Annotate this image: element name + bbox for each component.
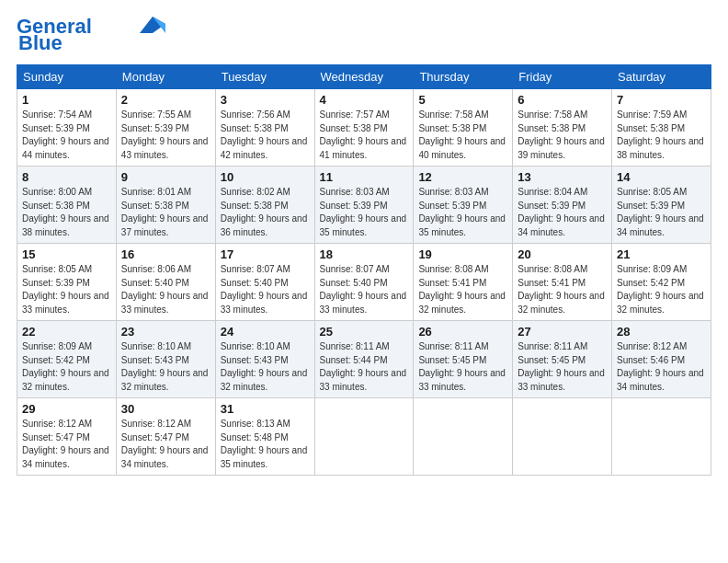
day-cell-8: 8 Sunrise: 8:00 AM Sunset: 5:38 PM Dayli… bbox=[17, 167, 117, 244]
day-cell-20: 20 Sunrise: 8:08 AM Sunset: 5:41 PM Dayl… bbox=[513, 244, 612, 321]
day-detail: Sunrise: 8:09 AM Sunset: 5:42 PM Dayligh… bbox=[22, 340, 111, 394]
day-detail: Sunrise: 8:08 AM Sunset: 5:41 PM Dayligh… bbox=[418, 263, 507, 316]
day-cell-28: 28 Sunrise: 8:12 AM Sunset: 5:46 PM Dayl… bbox=[612, 321, 711, 398]
weekday-tuesday: Tuesday bbox=[215, 65, 314, 89]
header: General Blue bbox=[17, 17, 711, 55]
day-number: 29 bbox=[22, 402, 111, 416]
day-detail: Sunrise: 7:57 AM Sunset: 5:38 PM Dayligh… bbox=[320, 109, 409, 162]
day-cell-14: 14 Sunrise: 8:05 AM Sunset: 5:39 PM Dayl… bbox=[612, 167, 711, 244]
day-number: 17 bbox=[221, 247, 310, 261]
day-number: 21 bbox=[617, 247, 706, 261]
day-number: 12 bbox=[418, 170, 507, 184]
page: General Blue SundayMondayTuesdayWednesda… bbox=[0, 0, 728, 563]
day-number: 9 bbox=[121, 170, 210, 184]
logo-icon bbox=[140, 17, 165, 33]
day-number: 25 bbox=[320, 325, 409, 339]
weekday-thursday: Thursday bbox=[414, 65, 513, 89]
logo-blue: Blue bbox=[18, 31, 63, 55]
day-detail: Sunrise: 8:11 AM Sunset: 5:45 PM Dayligh… bbox=[518, 340, 607, 394]
day-cell-7: 7 Sunrise: 7:59 AM Sunset: 5:38 PM Dayli… bbox=[612, 89, 711, 167]
day-cell-16: 16 Sunrise: 8:06 AM Sunset: 5:40 PM Dayl… bbox=[116, 244, 215, 321]
weekday-sunday: Sunday bbox=[17, 65, 117, 89]
day-number: 26 bbox=[418, 325, 507, 339]
day-detail: Sunrise: 8:12 AM Sunset: 5:46 PM Dayligh… bbox=[617, 340, 706, 394]
week-row-5: 29 Sunrise: 8:12 AM Sunset: 5:47 PM Dayl… bbox=[17, 398, 711, 476]
empty-cell bbox=[314, 398, 414, 476]
day-number: 31 bbox=[221, 402, 310, 416]
day-cell-29: 29 Sunrise: 8:12 AM Sunset: 5:47 PM Dayl… bbox=[17, 398, 117, 476]
day-cell-5: 5 Sunrise: 7:58 AM Sunset: 5:38 PM Dayli… bbox=[414, 89, 513, 167]
day-detail: Sunrise: 8:05 AM Sunset: 5:39 PM Dayligh… bbox=[617, 186, 706, 239]
day-number: 10 bbox=[221, 170, 310, 184]
day-cell-27: 27 Sunrise: 8:11 AM Sunset: 5:45 PM Dayl… bbox=[513, 321, 612, 398]
weekday-header-row: SundayMondayTuesdayWednesdayThursdayFrid… bbox=[17, 65, 711, 89]
day-detail: Sunrise: 8:03 AM Sunset: 5:39 PM Dayligh… bbox=[320, 186, 409, 239]
day-cell-9: 9 Sunrise: 8:01 AM Sunset: 5:38 PM Dayli… bbox=[116, 167, 215, 244]
day-detail: Sunrise: 8:04 AM Sunset: 5:39 PM Dayligh… bbox=[518, 186, 607, 239]
empty-cell bbox=[513, 398, 612, 476]
day-detail: Sunrise: 7:59 AM Sunset: 5:38 PM Dayligh… bbox=[617, 109, 706, 162]
day-detail: Sunrise: 8:07 AM Sunset: 5:40 PM Dayligh… bbox=[320, 263, 409, 316]
weekday-friday: Friday bbox=[513, 65, 612, 89]
day-detail: Sunrise: 8:10 AM Sunset: 5:43 PM Dayligh… bbox=[121, 340, 210, 394]
week-row-3: 15 Sunrise: 8:05 AM Sunset: 5:39 PM Dayl… bbox=[17, 244, 711, 321]
day-detail: Sunrise: 7:56 AM Sunset: 5:38 PM Dayligh… bbox=[221, 109, 310, 162]
day-cell-26: 26 Sunrise: 8:11 AM Sunset: 5:45 PM Dayl… bbox=[414, 321, 513, 398]
day-detail: Sunrise: 8:10 AM Sunset: 5:43 PM Dayligh… bbox=[221, 340, 310, 394]
day-number: 22 bbox=[22, 325, 111, 339]
day-number: 5 bbox=[418, 93, 507, 107]
day-cell-3: 3 Sunrise: 7:56 AM Sunset: 5:38 PM Dayli… bbox=[215, 89, 314, 167]
day-cell-19: 19 Sunrise: 8:08 AM Sunset: 5:41 PM Dayl… bbox=[414, 244, 513, 321]
logo: General Blue bbox=[17, 17, 165, 55]
day-number: 27 bbox=[518, 325, 607, 339]
week-row-2: 8 Sunrise: 8:00 AM Sunset: 5:38 PM Dayli… bbox=[17, 167, 711, 244]
day-number: 28 bbox=[617, 325, 706, 339]
weekday-monday: Monday bbox=[116, 65, 215, 89]
day-number: 18 bbox=[320, 247, 409, 261]
day-cell-24: 24 Sunrise: 8:10 AM Sunset: 5:43 PM Dayl… bbox=[215, 321, 314, 398]
empty-cell bbox=[414, 398, 513, 476]
day-detail: Sunrise: 8:12 AM Sunset: 5:47 PM Dayligh… bbox=[121, 418, 210, 471]
day-number: 11 bbox=[320, 170, 409, 184]
day-number: 3 bbox=[221, 93, 310, 107]
weekday-saturday: Saturday bbox=[612, 65, 711, 89]
day-number: 20 bbox=[518, 247, 607, 261]
day-detail: Sunrise: 7:58 AM Sunset: 5:38 PM Dayligh… bbox=[518, 109, 607, 162]
day-detail: Sunrise: 8:05 AM Sunset: 5:39 PM Dayligh… bbox=[22, 263, 111, 316]
day-detail: Sunrise: 8:11 AM Sunset: 5:44 PM Dayligh… bbox=[320, 340, 409, 394]
day-detail: Sunrise: 8:00 AM Sunset: 5:38 PM Dayligh… bbox=[22, 186, 111, 239]
day-cell-22: 22 Sunrise: 8:09 AM Sunset: 5:42 PM Dayl… bbox=[17, 321, 117, 398]
day-detail: Sunrise: 7:55 AM Sunset: 5:39 PM Dayligh… bbox=[121, 109, 210, 162]
day-cell-11: 11 Sunrise: 8:03 AM Sunset: 5:39 PM Dayl… bbox=[314, 167, 414, 244]
day-number: 1 bbox=[22, 93, 111, 107]
day-detail: Sunrise: 8:09 AM Sunset: 5:42 PM Dayligh… bbox=[617, 263, 706, 316]
day-number: 30 bbox=[121, 402, 210, 416]
weekday-wednesday: Wednesday bbox=[314, 65, 414, 89]
day-number: 23 bbox=[121, 325, 210, 339]
day-number: 4 bbox=[320, 93, 409, 107]
week-row-1: 1 Sunrise: 7:54 AM Sunset: 5:39 PM Dayli… bbox=[17, 89, 711, 167]
day-cell-13: 13 Sunrise: 8:04 AM Sunset: 5:39 PM Dayl… bbox=[513, 167, 612, 244]
day-number: 8 bbox=[22, 170, 111, 184]
day-number: 2 bbox=[121, 93, 210, 107]
day-cell-17: 17 Sunrise: 8:07 AM Sunset: 5:40 PM Dayl… bbox=[215, 244, 314, 321]
day-cell-2: 2 Sunrise: 7:55 AM Sunset: 5:39 PM Dayli… bbox=[116, 89, 215, 167]
day-cell-30: 30 Sunrise: 8:12 AM Sunset: 5:47 PM Dayl… bbox=[116, 398, 215, 476]
day-number: 15 bbox=[22, 247, 111, 261]
day-number: 19 bbox=[418, 247, 507, 261]
day-cell-4: 4 Sunrise: 7:57 AM Sunset: 5:38 PM Dayli… bbox=[314, 89, 414, 167]
day-detail: Sunrise: 8:13 AM Sunset: 5:48 PM Dayligh… bbox=[221, 418, 310, 471]
empty-cell bbox=[612, 398, 711, 476]
day-detail: Sunrise: 7:58 AM Sunset: 5:38 PM Dayligh… bbox=[418, 109, 507, 162]
day-number: 7 bbox=[617, 93, 706, 107]
day-number: 13 bbox=[518, 170, 607, 184]
day-number: 24 bbox=[221, 325, 310, 339]
day-detail: Sunrise: 8:08 AM Sunset: 5:41 PM Dayligh… bbox=[518, 263, 607, 316]
day-detail: Sunrise: 8:07 AM Sunset: 5:40 PM Dayligh… bbox=[221, 263, 310, 316]
day-detail: Sunrise: 7:54 AM Sunset: 5:39 PM Dayligh… bbox=[22, 109, 111, 162]
day-cell-6: 6 Sunrise: 7:58 AM Sunset: 5:38 PM Dayli… bbox=[513, 89, 612, 167]
day-cell-12: 12 Sunrise: 8:03 AM Sunset: 5:39 PM Dayl… bbox=[414, 167, 513, 244]
day-detail: Sunrise: 8:11 AM Sunset: 5:45 PM Dayligh… bbox=[418, 340, 507, 394]
day-cell-21: 21 Sunrise: 8:09 AM Sunset: 5:42 PM Dayl… bbox=[612, 244, 711, 321]
day-number: 6 bbox=[518, 93, 607, 107]
